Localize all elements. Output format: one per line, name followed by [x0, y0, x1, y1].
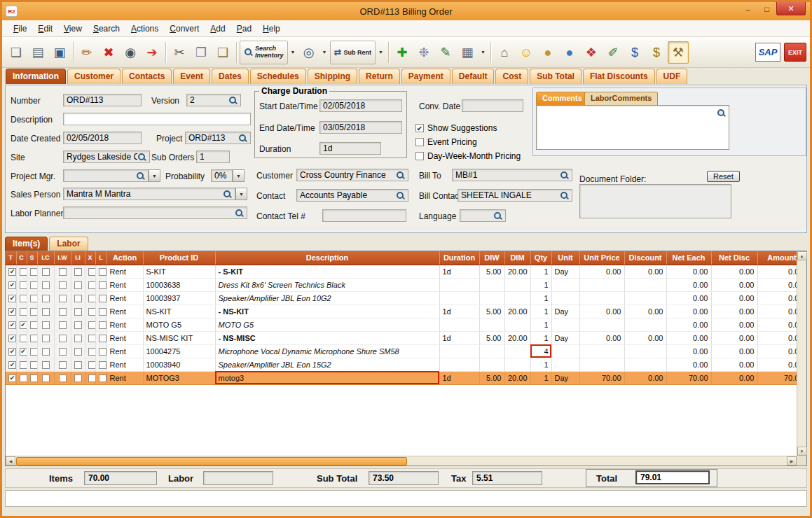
row-check-cell[interactable] — [37, 278, 54, 291]
row-check-cell[interactable]: ✔ — [6, 331, 16, 344]
row-check-cell[interactable] — [85, 291, 95, 304]
tab-default[interactable]: Default — [452, 69, 495, 84]
row-check-cell[interactable] — [37, 371, 54, 384]
bill-to-field[interactable]: MB#1 — [452, 169, 572, 181]
cell-amount[interactable]: 0.00 — [757, 304, 797, 318]
search-inventory-button[interactable]: SearchInventory — [240, 41, 288, 64]
cell-diw[interactable]: 5.00 — [479, 304, 504, 318]
column-header-action[interactable]: Action — [106, 251, 143, 265]
row-checkbox[interactable] — [59, 361, 67, 369]
row-check-cell[interactable] — [95, 265, 106, 278]
document-folder-box[interactable] — [579, 184, 731, 218]
row-check-cell[interactable] — [27, 331, 37, 344]
menu-edit[interactable]: Edit — [32, 22, 58, 36]
cell-dim[interactable] — [504, 291, 530, 304]
tools-button[interactable]: ⚒ — [668, 41, 689, 64]
column-header-l[interactable]: L — [95, 251, 106, 265]
cell-action[interactable]: Rent — [106, 291, 143, 304]
cell-diw[interactable] — [479, 318, 504, 331]
cell-qty[interactable]: 1 — [530, 318, 551, 331]
bill-contact-field[interactable]: SHEETAL INGALE — [457, 189, 572, 202]
cell-unit[interactable] — [551, 318, 579, 331]
cell-unit-price[interactable]: 0.00 — [579, 304, 624, 318]
row-checkbox[interactable] — [99, 281, 106, 289]
delete-button[interactable]: ✖ — [98, 41, 119, 64]
row-checkbox[interactable] — [74, 308, 82, 316]
cell-diw[interactable] — [479, 344, 504, 358]
row-checkbox[interactable]: ✔ — [20, 348, 27, 356]
row-check-cell[interactable] — [54, 358, 71, 371]
cell-net-each[interactable]: 70.00 — [666, 371, 711, 384]
tab-labor[interactable]: Labor — [49, 237, 88, 251]
exit-button[interactable]: EXIT — [784, 43, 806, 62]
item-row-10003940[interactable]: ✔Rent10003940Speaker/Amplifier JBL Eon 1… — [6, 358, 797, 371]
checkbox-day-week-month-pricing[interactable] — [415, 152, 424, 160]
cell-net-disc[interactable]: 0.00 — [711, 318, 757, 331]
column-header-unit-price[interactable]: Unit Price — [579, 251, 624, 265]
sales-person-dropdown[interactable]: ▼ — [235, 188, 247, 200]
cell-dim[interactable] — [504, 318, 530, 331]
row-checkbox[interactable] — [59, 321, 67, 329]
vertical-scrollbar[interactable]: ▲ ▼ — [797, 251, 806, 456]
row-checkbox[interactable] — [99, 374, 106, 382]
cell-net-disc[interactable]: 0.00 — [711, 331, 757, 344]
scroll-down-button[interactable]: ▼ — [797, 447, 807, 456]
cell-net-each[interactable]: 0.00 — [666, 278, 711, 291]
price-search-dropdown-icon[interactable]: ▼ — [320, 41, 329, 64]
currency-exchange-button[interactable]: $ — [624, 41, 645, 64]
cell-dim[interactable]: 20.00 — [504, 265, 530, 278]
row-check-cell[interactable] — [54, 331, 71, 344]
site-search-icon[interactable] — [137, 153, 146, 162]
menu-pad[interactable]: Pad — [231, 22, 257, 36]
item-row-10004275[interactable]: ✔✔Rent10004275Microphone Vocal Dynamic M… — [6, 344, 797, 358]
minimize-button[interactable]: – — [738, 2, 757, 15]
bill-to-search-icon[interactable] — [560, 171, 569, 180]
end-date-field[interactable]: 03/05/2018 — [319, 121, 402, 134]
comments-box[interactable] — [536, 105, 729, 150]
cell-unit[interactable] — [551, 358, 579, 371]
row-check-cell[interactable] — [85, 344, 95, 358]
cell-unit[interactable]: Day — [551, 304, 579, 318]
tab-udf[interactable]: UDF — [656, 69, 688, 84]
row-checkbox[interactable]: ✔ — [8, 295, 16, 302]
row-checkbox[interactable] — [30, 308, 38, 316]
cell-duration[interactable]: 1d — [439, 304, 479, 318]
cell-net-each[interactable]: 0.00 — [666, 291, 711, 304]
row-checkbox[interactable] — [20, 308, 27, 316]
row-checkbox[interactable] — [88, 335, 96, 342]
tab-flat-discounts[interactable]: Flat Discounts — [583, 69, 655, 84]
row-checkbox[interactable]: ✔ — [8, 361, 16, 369]
cut-button[interactable]: ✂ — [169, 41, 190, 64]
row-check-cell[interactable] — [85, 371, 95, 384]
row-checkbox[interactable] — [42, 308, 50, 316]
row-check-cell[interactable] — [71, 265, 85, 278]
menu-add[interactable]: Add — [205, 22, 230, 36]
row-checkbox[interactable] — [74, 281, 82, 289]
row-checkbox[interactable] — [30, 374, 38, 382]
item-row-s-kit[interactable]: ✔RentS-KIT- S-KIT1d5.0020.001Day0.000.00… — [6, 265, 797, 278]
row-checkbox[interactable] — [99, 308, 106, 316]
row-check-cell[interactable] — [85, 331, 95, 344]
column-header-qty[interactable]: Qty — [530, 251, 551, 265]
row-checkbox[interactable] — [30, 281, 38, 289]
row-check-cell[interactable] — [37, 344, 54, 358]
cell-net-disc[interactable]: 0.00 — [711, 265, 757, 278]
cell-product-id[interactable]: 10003638 — [143, 278, 215, 291]
row-check-cell[interactable] — [71, 278, 85, 291]
menu-view[interactable]: View — [58, 22, 88, 36]
row-check-cell[interactable] — [54, 291, 71, 304]
column-header-i-c[interactable]: I.C — [37, 251, 54, 265]
row-checkbox[interactable] — [88, 308, 96, 316]
reset-button[interactable]: Reset — [707, 171, 740, 182]
cell-dim[interactable]: 20.00 — [504, 304, 530, 318]
row-checkbox[interactable] — [74, 268, 82, 276]
search-inventory-dropdown-icon[interactable]: ▼ — [289, 41, 298, 64]
row-check-cell[interactable] — [16, 304, 27, 318]
cell-net-disc[interactable]: 0.00 — [711, 304, 757, 318]
row-checkbox[interactable] — [20, 268, 27, 276]
cell-unit-price[interactable] — [579, 291, 624, 304]
column-header-unit[interactable]: Unit — [551, 251, 579, 265]
row-check-cell[interactable]: ✔ — [6, 344, 16, 358]
item-row-ns-kit[interactable]: ✔RentNS-KIT- NS-KIT1d5.0020.001Day0.000.… — [6, 304, 797, 318]
cell-product-id[interactable]: MOTO G5 — [143, 318, 215, 331]
